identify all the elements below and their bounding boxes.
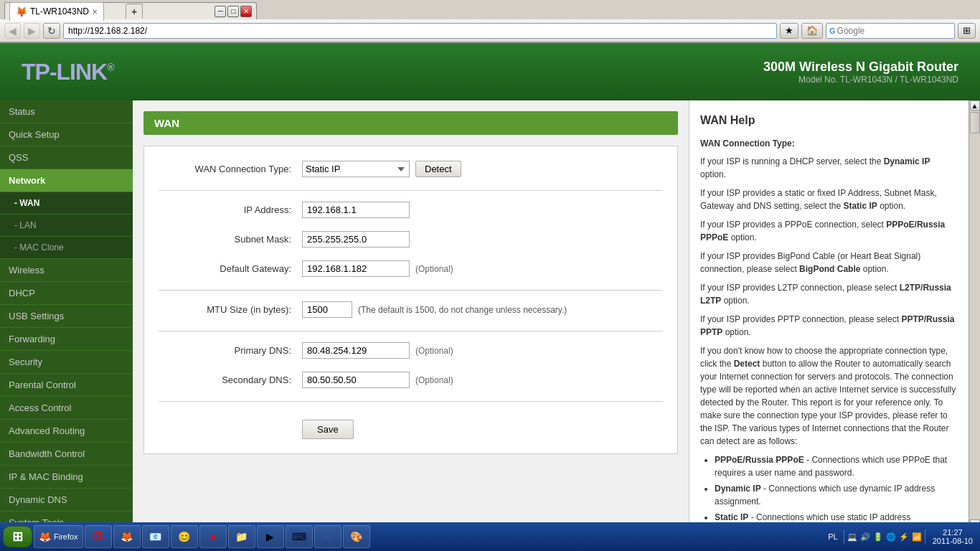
taskbar-opera[interactable]: O	[85, 525, 112, 548]
connection-type-control: Static IP Dynamic IP PPPoE/Russia PPPoE …	[302, 161, 461, 177]
taskbar-explorer[interactable]: 📁	[228, 525, 255, 548]
ip-address-row: IP Address:	[159, 202, 663, 218]
help-panel: WAN Help WAN Connection Type: If your IS…	[689, 100, 969, 529]
divider-3	[159, 331, 663, 331]
default-gateway-row: Default Gateway: (Optional)	[159, 260, 663, 277]
sidebar-item-access-control[interactable]: Access Control	[0, 397, 133, 420]
taskbar-red[interactable]: ●	[199, 525, 227, 548]
divider-1	[159, 190, 663, 191]
taskbar-word[interactable]: W	[314, 525, 341, 548]
taskbar-outlook[interactable]: 📧	[142, 525, 169, 548]
tab-bar: 🦊 TL-WR1043ND ✕ + ─ □ ✕	[0, 0, 980, 19]
sidebar-item-network[interactable]: Network	[0, 169, 133, 192]
primary-dns-input[interactable]	[302, 342, 410, 359]
connection-type-row: WAN Connection Type: Static IP Dynamic I…	[159, 161, 663, 177]
sidebar-item-usb-settings[interactable]: USB Settings	[0, 305, 133, 328]
forward-btn[interactable]: ▶	[24, 23, 40, 39]
sidebar-item-dhcp[interactable]: DHCP	[0, 282, 133, 305]
sidebar-item-wireless[interactable]: Wireless	[0, 259, 133, 282]
primary-dns-label: Primary DNS:	[159, 345, 302, 356]
sidebar-item-lan[interactable]: - LAN	[0, 215, 133, 237]
mtu-row: MTU Size (in bytes): (The default is 150…	[159, 301, 663, 318]
gateway-optional: (Optional)	[415, 264, 453, 274]
help-title: WAN Help	[700, 111, 958, 130]
sidebar-item-forwarding[interactable]: Forwarding	[0, 328, 133, 351]
taskbar-firefox2[interactable]: 🦊	[113, 525, 141, 548]
sidebar-item-parental-control[interactable]: Parental Control	[0, 374, 133, 397]
start-button[interactable]: ⊞	[3, 526, 32, 547]
help-para4: If your ISP provides BigPond Cable (or H…	[700, 250, 958, 276]
subnet-mask-label: Subnet Mask:	[159, 234, 302, 245]
product-name: 300M Wireless N Gigabit Router	[763, 60, 958, 75]
connection-type-select[interactable]: Static IP Dynamic IP PPPoE/Russia PPPoE …	[302, 161, 410, 177]
default-gateway-control: (Optional)	[302, 260, 453, 277]
default-gateway-label: Default Gateway:	[159, 263, 302, 274]
google-logo: G	[829, 27, 836, 35]
primary-dns-optional: (Optional)	[415, 346, 453, 356]
help-connection-subtitle: WAN Connection Type:	[700, 137, 958, 151]
content-area: StatusQuick SetupQSSNetwork- WAN- LAN- M…	[0, 100, 980, 529]
sidebar-item-quick-setup[interactable]: Quick Setup	[0, 123, 133, 146]
subnet-mask-row: Subnet Mask:	[159, 231, 663, 248]
bookmark-star-btn[interactable]: ⊞	[958, 23, 976, 39]
default-gateway-input[interactable]	[302, 260, 410, 277]
back-btn[interactable]: ◀	[4, 23, 21, 39]
secondary-dns-optional: (Optional)	[415, 375, 453, 385]
taskbar-icon4: 🌐	[886, 532, 896, 542]
help-list-item-dynamic: Dynamic IP - Connections which use dynam…	[715, 482, 958, 508]
taskbar-sep1	[844, 529, 844, 544]
bookmark-btn[interactable]: ★	[780, 23, 798, 39]
detect-btn[interactable]: Detect	[415, 161, 461, 177]
sidebar-item-mac-clone[interactable]: - MAC Clone	[0, 237, 133, 259]
save-btn[interactable]: Save	[302, 420, 354, 439]
sidebar-item-qss[interactable]: QSS	[0, 146, 133, 169]
sidebar-item-bandwidth-control[interactable]: Bandwidth Control	[0, 443, 133, 466]
sidebar-item-security[interactable]: Security	[0, 351, 133, 374]
firefox-favicon: 🦊	[16, 6, 27, 17]
taskbar-firefox[interactable]: 🦊 Firefox	[34, 525, 83, 548]
help-list-item-pppoe: PPPoE/Russia PPPoE - Connections which u…	[715, 453, 958, 479]
new-tab-btn[interactable]: +	[126, 4, 143, 19]
sidebar-item-ip-mac-binding[interactable]: IP & MAC Binding	[0, 466, 133, 489]
tp-header: TP-LINK® 300M Wireless N Gigabit Router …	[0, 43, 980, 100]
scroll-thumb[interactable]	[970, 112, 980, 133]
taskbar-paint[interactable]: 🎨	[343, 525, 370, 548]
nav-bar: ◀ ▶ ↻ ★ 🏠 G ⊞	[0, 19, 980, 42]
tab-close-btn[interactable]: ✕	[92, 8, 98, 16]
taskbar-icon5: ⚡	[899, 532, 909, 542]
mtu-input[interactable]	[302, 301, 352, 318]
help-para6: If your ISP provides PPTP connection, pl…	[700, 313, 958, 339]
ip-address-input[interactable]	[302, 202, 410, 218]
taskbar-lang: PL	[825, 532, 840, 541]
help-para1: If your ISP is running a DHCP server, se…	[700, 155, 958, 181]
taskbar-icon6: 📶	[912, 532, 922, 542]
sidebar-item-advanced-routing[interactable]: Advanced Routing	[0, 420, 133, 443]
secondary-dns-input[interactable]	[302, 372, 410, 388]
sidebar-item-dynamic-dns[interactable]: Dynamic DNS	[0, 489, 133, 512]
search-input[interactable]	[837, 26, 930, 36]
close-btn[interactable]: ✕	[240, 6, 252, 17]
taskbar-messenger[interactable]: 😊	[171, 525, 198, 548]
divider-2	[159, 290, 663, 291]
taskbar: ⊞ 🦊 Firefox O 🦊 📧 😊 ● 📁 ▶ ⌨ W 🎨 PL 💻 🔊 🔋…	[0, 522, 980, 551]
taskbar-kbd[interactable]: ⌨	[286, 525, 313, 548]
address-input[interactable]	[63, 23, 777, 39]
sidebar-item-wan[interactable]: - WAN	[0, 192, 133, 215]
scroll-up-btn[interactable]: ▲	[970, 100, 980, 110]
product-info: 300M Wireless N Gigabit Router Model No.…	[763, 60, 958, 85]
taskbar-clock: 21:27 2011-08-10	[928, 528, 977, 545]
mtu-note: (The default is 1500, do not change unle…	[358, 305, 567, 315]
minimize-btn[interactable]: ─	[215, 6, 226, 17]
scrollbar[interactable]: ▲ ▼	[969, 100, 980, 529]
taskbar-system-tray: PL 💻 🔊 🔋 🌐 ⚡ 📶 21:27 2011-08-10	[825, 528, 977, 545]
maximize-btn[interactable]: □	[227, 6, 239, 17]
help-list: PPPoE/Russia PPPoE - Connections which u…	[715, 453, 958, 529]
sidebar-item-status[interactable]: Status	[0, 100, 133, 123]
reload-btn[interactable]: ↻	[43, 23, 60, 39]
subnet-mask-input[interactable]	[302, 231, 410, 248]
main-container: TP-LINK® 300M Wireless N Gigabit Router …	[0, 43, 980, 529]
home-btn[interactable]: 🏠	[801, 23, 823, 39]
sidebar: StatusQuick SetupQSSNetwork- WAN- LAN- M…	[0, 100, 133, 529]
main-content: WAN WAN Connection Type: Static IP Dynam…	[133, 100, 689, 529]
taskbar-media[interactable]: ▶	[257, 525, 284, 548]
